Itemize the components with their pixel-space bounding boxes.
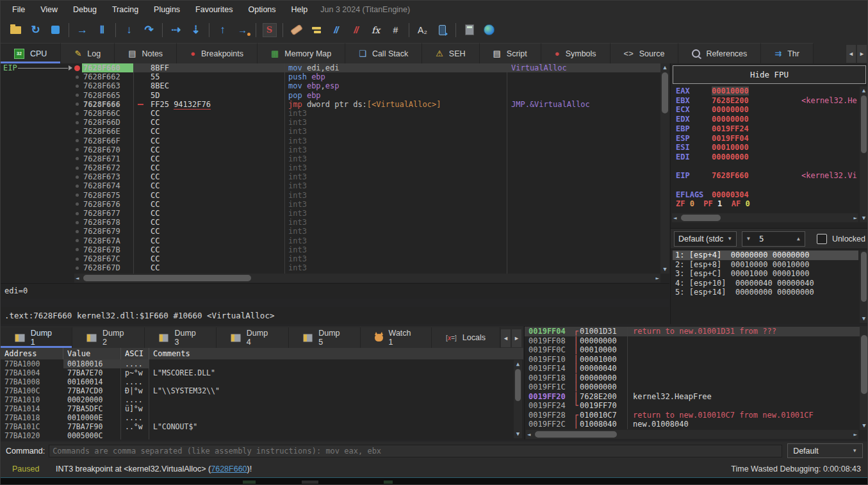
comment-cell[interactable]: JMP.&VirtualAlloc xyxy=(507,100,660,109)
tab-dump-4[interactable]: Dump 4 xyxy=(217,327,288,348)
s-toggle-button[interactable]: S xyxy=(259,21,279,38)
disasm-row[interactable]: 7628F677CCint3 xyxy=(1,209,660,218)
run-to-user-code-button[interactable]: → xyxy=(233,21,252,38)
bytes-cell[interactable]: CC xyxy=(133,236,284,245)
bytes-cell[interactable]: CC xyxy=(133,145,284,154)
menu-item-favourites[interactable]: Favourites xyxy=(188,3,240,17)
bytes-cell[interactable]: FF25 94132F76 xyxy=(133,100,284,109)
bytes-cell[interactable]: CC xyxy=(133,127,284,136)
instruction-cell[interactable]: int3 xyxy=(284,227,507,236)
calculator-button[interactable] xyxy=(459,21,479,38)
spin-down-icon[interactable]: ▼ xyxy=(747,236,750,242)
disasm-row[interactable]: 7628F6638BECmov ebp,esp xyxy=(1,81,660,90)
instruction-cell[interactable]: int3 xyxy=(284,181,507,190)
disasm-row[interactable]: 7628F67DCCint3 xyxy=(1,263,660,272)
comment-cell[interactable] xyxy=(507,163,660,172)
dump-row[interactable]: 77BA101000020000.... xyxy=(1,395,523,404)
disasm-hscrollbar[interactable]: ◄ ► xyxy=(74,274,660,283)
tab-script[interactable]: ▤Script xyxy=(480,43,541,63)
tab-references[interactable]: References xyxy=(678,43,761,63)
menu-item-tracing[interactable]: Tracing xyxy=(104,3,146,17)
instruction-cell[interactable]: int3 xyxy=(284,236,507,245)
registers-hscroll-left-icon[interactable]: ◄ xyxy=(673,215,676,221)
breakpoint-dot-cell[interactable] xyxy=(72,100,82,109)
address-cell[interactable]: 7628F675 xyxy=(82,191,133,200)
tab-watch-1[interactable]: Watch 1 xyxy=(361,327,432,348)
highlight-mode-button[interactable]: // xyxy=(326,21,346,38)
comment-cell[interactable] xyxy=(507,172,660,181)
function-analysis-button[interactable]: fx xyxy=(366,21,386,38)
disasm-row[interactable]: 7628F67ACCint3 xyxy=(1,236,660,245)
bytes-cell[interactable]: CC xyxy=(133,172,284,181)
hash-analysis-button[interactable]: # xyxy=(386,21,405,38)
attach-button[interactable] xyxy=(432,21,452,38)
address-cell[interactable]: 7628F66C xyxy=(82,109,133,118)
stack-row[interactable]: 0019FF08│00000000 xyxy=(525,336,860,346)
instruction-cell[interactable]: mov edi,edi xyxy=(284,63,507,72)
tab-cpu[interactable]: 32CPU xyxy=(1,43,61,63)
tab-scroll-right-icon[interactable]: ► xyxy=(856,44,867,63)
breakpoint-dot-cell[interactable] xyxy=(72,227,82,236)
register-row[interactable]: EAX00010000 xyxy=(676,86,858,96)
bytes-cell[interactable]: 5D xyxy=(133,91,284,100)
stack-row[interactable]: 0019FF04┌01001D31return to new.01001D31 … xyxy=(525,327,860,336)
instruction-cell[interactable]: int3 xyxy=(284,254,507,263)
disasm-row[interactable]: 7628F673CCint3 xyxy=(1,172,660,181)
stack-vscrollbar-thumb[interactable] xyxy=(861,335,867,394)
register-row[interactable]: EDI00000000 xyxy=(676,152,858,162)
stack-hscrollbar-thumb[interactable] xyxy=(535,431,617,438)
tab-dump-3[interactable]: Dump 3 xyxy=(145,327,217,348)
comment-cell[interactable] xyxy=(507,218,660,227)
dump-vscroll-down-icon[interactable]: ▼ xyxy=(514,431,522,437)
tab-call-stack[interactable]: ❑Call Stack xyxy=(345,43,422,63)
stack-row[interactable]: 0019FF20│7628E200kernel32.HeapFree xyxy=(525,392,860,402)
registers-hscrollbar[interactable]: ◄ ► xyxy=(672,213,858,222)
bytes-cell[interactable]: CC xyxy=(133,218,284,227)
step-into-button[interactable]: ↓ xyxy=(119,21,139,38)
unlocked-checkbox[interactable] xyxy=(817,234,827,244)
address-cell[interactable]: 7628F66F xyxy=(82,136,133,145)
breakpoint-dot-cell[interactable] xyxy=(72,218,82,227)
disasm-row[interactable]: EIP7628F6608BFFmov edi,ediVirtualAlloc xyxy=(1,63,660,72)
bytes-cell[interactable]: 8BEC xyxy=(133,81,284,90)
address-cell[interactable]: 7628F672 xyxy=(82,163,133,172)
instruction-cell[interactable]: int3 xyxy=(284,163,507,172)
address-cell[interactable]: 7628F663 xyxy=(82,81,133,90)
argument-row[interactable]: 4: [esp+10] 00000040 00000040 xyxy=(673,279,858,288)
address-cell[interactable]: 7628F665 xyxy=(82,91,133,100)
address-cell[interactable]: 7628F676 xyxy=(82,200,133,209)
column-header-address[interactable]: Address xyxy=(1,348,63,359)
bytes-cell[interactable]: CC xyxy=(133,227,284,236)
disasm-row[interactable]: 7628F66ECCint3 xyxy=(1,127,660,136)
comment-button[interactable] xyxy=(306,21,326,38)
bytes-cell[interactable]: CC xyxy=(133,181,284,190)
command-profile-select[interactable]: Default ▼ xyxy=(787,443,863,458)
bytes-cell[interactable]: CC xyxy=(133,245,284,254)
dump-row[interactable]: 77BA10180010000E.... xyxy=(1,413,523,422)
breakpoint-dot-cell[interactable] xyxy=(72,136,82,145)
run-pass-exceptions-button[interactable]: ⇢ xyxy=(166,21,186,38)
disasm-row[interactable]: 7628F671CCint3 xyxy=(1,154,660,163)
comment-cell[interactable]: VirtualAlloc xyxy=(507,63,660,72)
disasm-row[interactable]: 7628F66CCCint3 xyxy=(1,109,660,118)
instruction-cell[interactable]: int3 xyxy=(284,263,507,272)
stack-row[interactable]: 0019FF10│00001000 xyxy=(525,355,860,365)
register-row[interactable] xyxy=(676,181,858,190)
tab-dump-5[interactable]: Dump 5 xyxy=(289,327,361,348)
command-input[interactable] xyxy=(49,445,782,457)
comment-cell[interactable] xyxy=(507,72,660,81)
open-file-button[interactable] xyxy=(6,21,26,38)
stack-hscrollbar[interactable]: ◄ ► xyxy=(526,430,858,439)
argument-row[interactable]: 3: [esp+C] 00001000 00001000 xyxy=(673,269,858,279)
breakpoint-dot-cell[interactable] xyxy=(72,254,82,263)
args-vscrollbar[interactable]: ▼ xyxy=(860,251,868,323)
bytes-cell[interactable]: CC xyxy=(133,200,284,209)
disasm-row[interactable]: 7628F66FCCint3 xyxy=(1,136,660,145)
disasm-row[interactable]: 7628F666FF25 94132F76jmp dword ptr ds:[<… xyxy=(1,100,660,109)
comment-cell[interactable] xyxy=(507,136,660,145)
tab-dump-1[interactable]: Dump 1 xyxy=(1,327,72,348)
registers-vscroll-up-icon[interactable]: ▲ xyxy=(860,88,868,94)
patch-button[interactable] xyxy=(286,21,306,38)
dump-row[interactable]: 77BA100477BA7E70p~°wL"MSCOREE.DLL" xyxy=(1,368,523,377)
bytes-cell[interactable]: CC xyxy=(133,109,284,118)
